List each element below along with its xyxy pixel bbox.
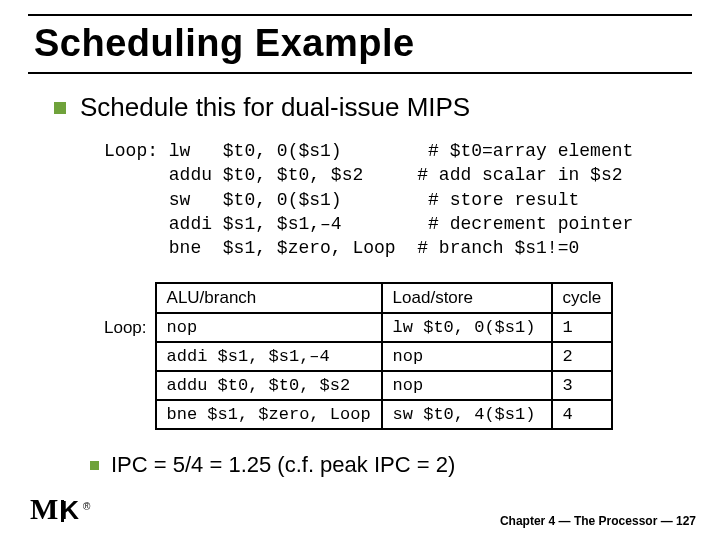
- cell-cycle: 1: [552, 313, 613, 342]
- publisher-logo: M K ®: [30, 492, 88, 526]
- bullet-main-text: Schedule this for dual-issue MIPS: [80, 92, 470, 123]
- table-row: addi $s1, $s1,–4 nop 2: [94, 342, 612, 371]
- row-label-blank: [94, 371, 156, 400]
- cell-ls: lw $t0, 0($s1): [382, 313, 552, 342]
- slide-body: Schedule this for dual-issue MIPS Loop: …: [54, 92, 690, 478]
- schedule-table: ALU/branch Load/store cycle Loop: nop lw…: [94, 282, 613, 430]
- row-label-blank: [94, 342, 156, 371]
- ipc-bullet: IPC = 5/4 = 1.25 (c.f. peak IPC = 2): [90, 452, 690, 478]
- logo-m-glyph: M: [30, 492, 58, 526]
- slide-title: Scheduling Example: [34, 22, 415, 65]
- cell-alu: nop: [156, 313, 382, 342]
- rule-top: [28, 14, 692, 16]
- code-block: Loop: lw $t0, 0($s1) # $t0=array element…: [104, 139, 690, 260]
- cell-alu: addu $t0, $t0, $s2: [156, 371, 382, 400]
- col-header-ls: Load/store: [382, 283, 552, 313]
- registered-icon: ®: [83, 501, 90, 512]
- footer-text: Chapter 4 — The Processor — 127: [500, 514, 696, 528]
- bullet-main: Schedule this for dual-issue MIPS: [54, 92, 690, 123]
- square-bullet-icon: [90, 461, 99, 470]
- cell-ls: nop: [382, 371, 552, 400]
- rule-bottom: [28, 72, 692, 74]
- logo-k-glyph: K: [60, 495, 79, 526]
- table-corner-blank: [94, 283, 156, 313]
- table-row: addu $t0, $t0, $s2 nop 3: [94, 371, 612, 400]
- slide: Scheduling Example Schedule this for dua…: [0, 0, 720, 540]
- cell-ls: sw $t0, 4($s1): [382, 400, 552, 429]
- table-row: bne $s1, $zero, Loop sw $t0, 4($s1) 4: [94, 400, 612, 429]
- cell-ls: nop: [382, 342, 552, 371]
- col-header-cycle: cycle: [552, 283, 613, 313]
- cell-cycle: 2: [552, 342, 613, 371]
- square-bullet-icon: [54, 102, 66, 114]
- cell-alu: addi $s1, $s1,–4: [156, 342, 382, 371]
- row-label: Loop:: [94, 313, 156, 342]
- table-row: Loop: nop lw $t0, 0($s1) 1: [94, 313, 612, 342]
- ipc-text: IPC = 5/4 = 1.25 (c.f. peak IPC = 2): [111, 452, 455, 478]
- cell-cycle: 4: [552, 400, 613, 429]
- col-header-alu: ALU/branch: [156, 283, 382, 313]
- cell-alu: bne $s1, $zero, Loop: [156, 400, 382, 429]
- cell-cycle: 3: [552, 371, 613, 400]
- row-label-blank: [94, 400, 156, 429]
- table-header-row: ALU/branch Load/store cycle: [94, 283, 612, 313]
